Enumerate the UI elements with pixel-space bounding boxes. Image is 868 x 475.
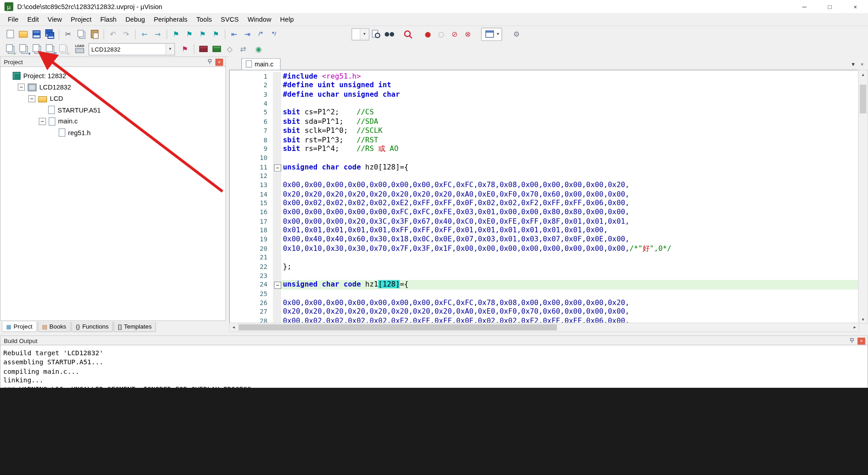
save-button[interactable] — [30, 28, 43, 40]
bookmark-clear-button[interactable]: ⚑ — [209, 28, 222, 40]
copy-button[interactable] — [75, 28, 88, 40]
indent-left-button[interactable]: ⇤ — [227, 28, 241, 40]
debug-windows-button[interactable]: ▾ — [481, 28, 502, 41]
pin-icon[interactable] — [849, 337, 855, 344]
cut-button[interactable]: ✂ — [61, 28, 75, 40]
functions-button[interactable]: ◇ — [223, 43, 236, 55]
code-text: sbit rs=P1^4; //RS 或 AO — [281, 144, 859, 153]
uncomment-button[interactable]: */ — [267, 28, 280, 40]
find-button[interactable] — [382, 28, 396, 40]
menu-peripherals[interactable]: Peripherals — [150, 14, 192, 24]
close-icon[interactable]: × — [858, 337, 865, 344]
expand-collapse-icon[interactable] — [39, 118, 46, 125]
menu-view[interactable]: View — [43, 14, 66, 24]
menu-svcs[interactable]: SVCS — [216, 14, 243, 24]
fold-marker[interactable] — [274, 282, 281, 289]
open-file-button[interactable] — [17, 28, 30, 40]
scrollbar-thumb[interactable] — [860, 85, 867, 113]
folder-icon — [38, 96, 47, 102]
menu-edit[interactable]: Edit — [23, 14, 43, 24]
tree-group-lcd[interactable]: LCD — [0, 93, 225, 104]
code-editor[interactable]: 1#include <reg51.h>2#define uint unsigne… — [229, 70, 859, 324]
new-file-icon — [5, 28, 15, 39]
target-select[interactable]: LCD12832▾ — [89, 43, 175, 55]
tree-target-lcd12832[interactable]: LCD12832 — [0, 82, 225, 93]
tab-main-c[interactable]: main.c — [241, 58, 281, 70]
scroll-left-icon[interactable]: ◄ — [230, 323, 237, 331]
batch-build-button[interactable]: ≡ — [43, 43, 57, 55]
rebuild-button[interactable]: ▾▾ — [30, 43, 43, 55]
toolbar-separator — [135, 29, 136, 39]
comment-button[interactable]: /* — [254, 28, 267, 40]
target-icon — [13, 72, 20, 80]
editor-horizontal-scrollbar[interactable]: ◄ ► — [229, 323, 859, 332]
nav-forward-button[interactable]: → — [151, 28, 164, 40]
tree-file-reg51-h[interactable]: reg51.h — [0, 127, 225, 138]
stop-build-button[interactable]: × — [57, 43, 70, 55]
code-text — [281, 289, 859, 298]
maximize-button[interactable]: □ — [817, 0, 842, 13]
menu-debug[interactable]: Debug — [121, 14, 150, 24]
translate-button[interactable]: ✓ — [3, 43, 16, 55]
expand-collapse-icon[interactable] — [28, 95, 35, 102]
menu-help[interactable]: Help — [276, 14, 298, 24]
menu-file[interactable]: File — [3, 14, 23, 24]
scroll-up-icon[interactable]: ▲ — [859, 71, 868, 78]
scroll-down-icon[interactable]: ▼ — [859, 315, 868, 323]
runtime-environment-button[interactable]: ◉ — [252, 43, 265, 55]
chevron-down-icon[interactable]: ▾ — [360, 28, 369, 39]
find-in-files-button[interactable] — [369, 28, 382, 40]
menu-window[interactable]: Window — [243, 14, 276, 24]
tab-close-icon[interactable]: × — [861, 61, 863, 67]
panel-tab-project[interactable]: ▦Project — [2, 321, 37, 332]
enable-breakpoint-button[interactable]: ○ — [434, 28, 448, 40]
find-text-combo[interactable]: ▾ — [352, 28, 369, 40]
panel-tab-functions[interactable]: {}Functions — [71, 321, 113, 332]
redo-button[interactable]: ↷ — [119, 28, 132, 40]
menu-project[interactable]: Project — [66, 14, 96, 24]
expand-collapse-icon[interactable] — [18, 84, 25, 91]
bookmark-toggle-button[interactable]: ⚑ — [170, 28, 183, 40]
pin-icon[interactable] — [207, 58, 213, 66]
panel-tab-books[interactable]: ▤Books — [38, 321, 71, 332]
indent-right-icon: ⇥ — [242, 28, 253, 39]
toolbar-gap — [396, 34, 401, 34]
indent-right-button[interactable]: ⇥ — [241, 28, 254, 40]
scrollbar-thumb[interactable] — [239, 325, 557, 330]
bookmark-next-button[interactable]: ⚑ — [196, 28, 209, 40]
manage-project-items-button[interactable] — [197, 43, 210, 55]
minimize-button[interactable]: ─ — [792, 0, 817, 13]
build-output-text[interactable]: Rebuild target 'LCD12832'assembling STAR… — [0, 345, 868, 388]
undo-button[interactable]: ↶ — [106, 28, 119, 40]
templates-button[interactable]: ⇄ — [236, 43, 250, 55]
tab-list-chevron-icon[interactable]: ▼ — [851, 61, 856, 67]
editor-vertical-scrollbar[interactable]: ▲ ▼ — [858, 70, 868, 324]
menu-flash[interactable]: Flash — [96, 14, 121, 24]
paste-button[interactable] — [88, 28, 101, 40]
build-button[interactable]: ▾ — [17, 43, 30, 55]
menu-tools[interactable]: Tools — [192, 14, 216, 24]
close-button[interactable]: × — [843, 0, 868, 13]
tree-file-main-c[interactable]: main.c — [0, 116, 225, 127]
incremental-find-button[interactable] — [401, 28, 415, 40]
configure-button[interactable]: ⚙ — [510, 28, 523, 40]
panel-tab-templates[interactable]: []Templates — [113, 321, 156, 332]
fold-marker[interactable] — [274, 164, 281, 171]
tree-project-root[interactable]: Project: 12832 — [0, 71, 225, 82]
chevron-down-icon[interactable]: ▾ — [165, 43, 175, 54]
new-file-button[interactable] — [3, 28, 16, 40]
options-for-target-button[interactable]: ⚑ — [178, 43, 191, 55]
tree-file-startup-a51[interactable]: STARTUP.A51 — [0, 104, 225, 116]
code-line: 5sbit cs=P1^2; //CS — [230, 108, 859, 117]
nav-back-button[interactable]: ← — [138, 28, 151, 40]
save-all-button[interactable] — [43, 28, 57, 40]
kill-all-breakpoints-button[interactable]: ⊗ — [461, 28, 474, 40]
close-icon[interactable]: × — [215, 58, 223, 66]
bookmark-prev-button[interactable]: ⚑ — [183, 28, 196, 40]
scroll-right-icon[interactable]: ► — [851, 323, 859, 331]
books-button[interactable] — [210, 43, 223, 55]
line-number: 10 — [230, 153, 273, 162]
insert-breakpoint-button[interactable]: ● — [421, 28, 434, 40]
download-button[interactable] — [73, 43, 86, 55]
disable-all-breakpoints-button[interactable]: ⊘ — [448, 28, 461, 40]
